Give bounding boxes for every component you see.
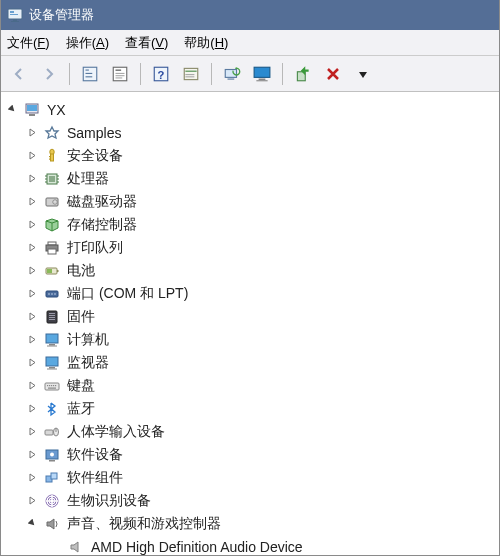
disk-icon <box>43 193 61 211</box>
computer-icon <box>43 331 61 349</box>
tree-category-label: 人体学输入设备 <box>67 423 165 441</box>
tree-root[interactable]: YX <box>5 98 497 121</box>
window-title: 设备管理器 <box>29 6 94 24</box>
softcomp-icon <box>43 469 61 487</box>
keyboard-icon <box>43 377 61 395</box>
expand-toggle-icon[interactable] <box>25 241 39 255</box>
firmware-icon <box>43 308 61 326</box>
expand-toggle-icon[interactable] <box>25 356 39 370</box>
app-icon <box>7 7 23 23</box>
tree-category-label: 电池 <box>67 262 95 280</box>
monitor-icon <box>43 354 61 372</box>
menu-action[interactable]: 操作(A) <box>66 34 109 52</box>
ports-icon <box>43 285 61 303</box>
toolbar-separator <box>69 63 70 85</box>
toolbar-scan-button[interactable] <box>218 60 246 88</box>
security-icon <box>43 147 61 165</box>
expand-toggle-icon[interactable] <box>25 149 39 163</box>
expand-toggle-icon[interactable] <box>25 287 39 301</box>
expand-toggle-icon[interactable] <box>25 195 39 209</box>
expand-toggle-icon[interactable] <box>25 471 39 485</box>
expand-toggle-icon[interactable] <box>25 126 39 140</box>
expand-toggle-icon[interactable] <box>25 310 39 324</box>
tree-category-label: 蓝牙 <box>67 400 95 418</box>
tree-category-disk[interactable]: 磁盘驱动器 <box>5 190 497 213</box>
battery-icon <box>43 262 61 280</box>
biometric-icon <box>43 492 61 510</box>
softdev-icon <box>43 446 61 464</box>
print-icon <box>43 239 61 257</box>
expand-toggle-icon[interactable] <box>25 333 39 347</box>
device-tree[interactable]: YX Samples安全设备处理器磁盘驱动器存储控制器打印队列电池端口 (COM… <box>1 92 499 556</box>
toolbar-actions-button[interactable] <box>177 60 205 88</box>
toolbar-properties-button[interactable] <box>106 60 134 88</box>
tree-category-cpu[interactable]: 处理器 <box>5 167 497 190</box>
tree-category-label: 存储控制器 <box>67 216 137 234</box>
tree-category-biometric[interactable]: 生物识别设备 <box>5 489 497 512</box>
tree-category-security[interactable]: 安全设备 <box>5 144 497 167</box>
expand-toggle-icon[interactable] <box>25 379 39 393</box>
expand-toggle-icon[interactable] <box>25 402 39 416</box>
toolbar-add-legacy-button[interactable] <box>349 60 377 88</box>
expand-toggle-icon[interactable] <box>25 448 39 462</box>
menu-view[interactable]: 查看(V) <box>125 34 168 52</box>
tree-category-firmware[interactable]: 固件 <box>5 305 497 328</box>
tree-category-label: 软件设备 <box>67 446 123 464</box>
hid-icon <box>43 423 61 441</box>
menu-file[interactable]: 文件(F) <box>7 34 50 52</box>
tree-category-label: Samples <box>67 125 121 141</box>
toolbar-back-button <box>5 60 33 88</box>
tree-category-computer[interactable]: 计算机 <box>5 328 497 351</box>
samples-icon <box>43 124 61 142</box>
speaker-icon <box>67 538 85 556</box>
tree-category-battery[interactable]: 电池 <box>5 259 497 282</box>
cpu-icon <box>43 170 61 188</box>
tree-category-monitor[interactable]: 监视器 <box>5 351 497 374</box>
toolbar-disable-button[interactable] <box>319 60 347 88</box>
tree-category-label: 声音、视频和游戏控制器 <box>67 515 221 533</box>
toolbar-update-driver-button[interactable] <box>248 60 276 88</box>
tree-category-softdev[interactable]: 软件设备 <box>5 443 497 466</box>
toolbar-separator <box>211 63 212 85</box>
toolbar-uninstall-button[interactable] <box>289 60 317 88</box>
bluetooth-icon <box>43 400 61 418</box>
tree-category-label: 端口 (COM 和 LPT) <box>67 285 188 303</box>
tree-root-label: YX <box>47 102 66 118</box>
menu-help[interactable]: 帮助(H) <box>184 34 228 52</box>
menubar: 文件(F) 操作(A) 查看(V) 帮助(H) <box>1 30 499 56</box>
tree-device-label: AMD High Definition Audio Device <box>91 539 303 555</box>
titlebar: 设备管理器 <box>1 0 499 30</box>
tree-category-label: 打印队列 <box>67 239 123 257</box>
tree-category-bluetooth[interactable]: 蓝牙 <box>5 397 497 420</box>
tree-category-label: 安全设备 <box>67 147 123 165</box>
tree-category-hid[interactable]: 人体学输入设备 <box>5 420 497 443</box>
expand-toggle-icon[interactable] <box>25 517 39 531</box>
tree-category-softcomp[interactable]: 软件组件 <box>5 466 497 489</box>
expand-toggle-icon[interactable] <box>25 172 39 186</box>
tree-category-sound[interactable]: 声音、视频和游戏控制器 <box>5 512 497 535</box>
tree-category-label: 磁盘驱动器 <box>67 193 137 211</box>
tree-category-label: 处理器 <box>67 170 109 188</box>
expand-toggle-icon[interactable] <box>25 264 39 278</box>
storage-icon <box>43 216 61 234</box>
tree-category-keyboard[interactable]: 键盘 <box>5 374 497 397</box>
toolbar-help-button[interactable] <box>147 60 175 88</box>
tree-category-label: 计算机 <box>67 331 109 349</box>
tree-category-label: 固件 <box>67 308 95 326</box>
expand-toggle-icon[interactable] <box>5 103 19 117</box>
tree-device-amd-hd-audio[interactable]: AMD High Definition Audio Device <box>5 535 497 556</box>
computer-icon <box>23 101 41 119</box>
expand-toggle-icon[interactable] <box>25 494 39 508</box>
expand-toggle-icon[interactable] <box>25 218 39 232</box>
expand-toggle-icon[interactable] <box>25 425 39 439</box>
tree-category-label: 软件组件 <box>67 469 123 487</box>
tree-category-print[interactable]: 打印队列 <box>5 236 497 259</box>
tree-category-label: 键盘 <box>67 377 95 395</box>
tree-category-storage[interactable]: 存储控制器 <box>5 213 497 236</box>
tree-category-ports[interactable]: 端口 (COM 和 LPT) <box>5 282 497 305</box>
toolbar-forward-button <box>35 60 63 88</box>
tree-category-samples[interactable]: Samples <box>5 121 497 144</box>
toolbar-tree-toggle-button[interactable] <box>76 60 104 88</box>
toolbar <box>1 56 499 92</box>
toolbar-separator <box>282 63 283 85</box>
